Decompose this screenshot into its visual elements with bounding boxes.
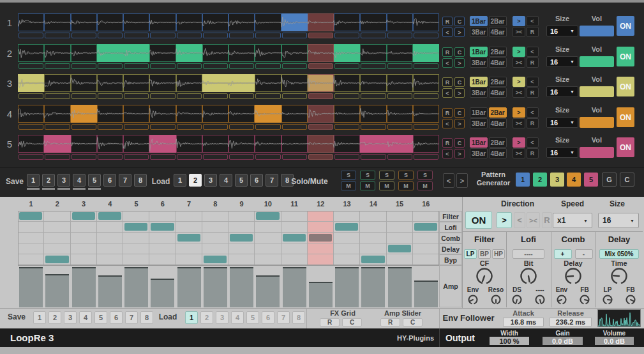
grid-step-cell[interactable] bbox=[413, 233, 439, 243]
loop-bar-length-button[interactable]: 3Bar bbox=[470, 27, 488, 37]
loop-cell[interactable] bbox=[413, 74, 439, 92]
grid-step-cell[interactable] bbox=[255, 243, 281, 254]
loop-subcell[interactable] bbox=[124, 63, 149, 69]
loop-bar-length-button[interactable]: 3Bar bbox=[470, 118, 488, 128]
grid-step-cell[interactable] bbox=[413, 211, 439, 222]
fx-small-knob[interactable] bbox=[602, 294, 613, 305]
fx-small-knob[interactable] bbox=[579, 294, 590, 305]
loop-subcell[interactable] bbox=[282, 93, 307, 99]
solo-button[interactable]: S bbox=[379, 171, 394, 180]
mute-button[interactable]: M bbox=[341, 181, 356, 190]
grid-step-cell[interactable] bbox=[18, 254, 44, 265]
loop-cell[interactable] bbox=[387, 105, 413, 123]
loop-vol-slider[interactable] bbox=[580, 117, 614, 128]
amp-slider-random-button[interactable]: R bbox=[380, 318, 400, 327]
loop-bar-length-button[interactable]: 1Bar bbox=[470, 77, 488, 87]
loop-cell[interactable] bbox=[334, 74, 360, 92]
direction-random-button[interactable]: R bbox=[542, 212, 552, 228]
loop-bar-length-button[interactable]: 1Bar bbox=[470, 107, 488, 118]
loop-cell[interactable] bbox=[228, 74, 255, 92]
loop-rec-button[interactable]: R bbox=[442, 17, 453, 26]
loop-cell[interactable] bbox=[334, 13, 360, 31]
fx-option-button[interactable]: + bbox=[554, 249, 572, 259]
pattern-save-button[interactable]: 3 bbox=[57, 174, 70, 187]
grid-step-cell[interactable] bbox=[281, 233, 308, 243]
loop-cell[interactable] bbox=[71, 13, 97, 31]
pattern-save-button[interactable]: 8 bbox=[134, 174, 147, 187]
solo-button[interactable]: S bbox=[360, 171, 375, 180]
loop-subcell[interactable] bbox=[334, 124, 359, 130]
loop-cell[interactable] bbox=[18, 44, 44, 62]
loop-subcell[interactable] bbox=[414, 124, 438, 130]
loop-subcell[interactable] bbox=[414, 93, 438, 99]
direction-forward-button[interactable]: > bbox=[497, 212, 512, 228]
grid-step-cell[interactable] bbox=[71, 233, 97, 243]
release-value-box[interactable]: 236.2 ms bbox=[550, 318, 592, 327]
loop-subcell[interactable] bbox=[203, 93, 228, 99]
loop-shift-left-button[interactable]: < bbox=[442, 58, 453, 68]
loop-cell[interactable] bbox=[334, 44, 360, 62]
direction-backward-button[interactable]: < bbox=[514, 212, 525, 228]
loop-cell[interactable] bbox=[228, 44, 255, 62]
grid-step-cell[interactable] bbox=[413, 243, 439, 254]
grid-on-button[interactable]: ON bbox=[465, 212, 492, 229]
speed-dropdown[interactable]: x1 ▼ bbox=[553, 213, 592, 228]
loop-bar-length-button[interactable]: 2Bar bbox=[489, 16, 507, 26]
loop-cell[interactable] bbox=[44, 13, 70, 31]
loop-cell[interactable] bbox=[334, 105, 360, 123]
loop-subcell[interactable] bbox=[282, 124, 307, 130]
grid-step-cell[interactable] bbox=[255, 211, 281, 222]
loop-rec-button[interactable]: R bbox=[442, 138, 453, 148]
loop-shift-right-button[interactable]: > bbox=[454, 119, 465, 128]
loop-clear-button[interactable]: C bbox=[454, 17, 465, 26]
loop-direction-button[interactable]: >< bbox=[513, 58, 525, 68]
loop-direction-button[interactable]: > bbox=[513, 47, 525, 57]
grid-step-cell[interactable] bbox=[308, 211, 334, 222]
grid-step-cell[interactable] bbox=[71, 211, 97, 222]
loop-subcell[interactable] bbox=[203, 124, 228, 130]
pattern-generator-slot-button[interactable]: 3 bbox=[550, 173, 564, 187]
mute-button[interactable]: M bbox=[379, 181, 394, 190]
pattern-load-button[interactable]: 2 bbox=[189, 174, 202, 187]
fx-load-button[interactable]: 6 bbox=[262, 311, 274, 324]
loop-subcell[interactable] bbox=[177, 63, 202, 69]
grid-step-cell[interactable] bbox=[44, 243, 70, 254]
amp-slider-bar[interactable] bbox=[388, 267, 412, 307]
loop-subcell[interactable] bbox=[308, 63, 333, 69]
loop-cell[interactable] bbox=[176, 105, 202, 123]
loop-bar-length-button[interactable]: 1Bar bbox=[470, 137, 488, 148]
grid-step-cell[interactable] bbox=[281, 243, 308, 254]
pattern-load-button[interactable]: 3 bbox=[204, 174, 217, 187]
loop-subcell[interactable] bbox=[19, 63, 43, 69]
loop-subcell[interactable] bbox=[45, 33, 70, 38]
grid-step-cell[interactable] bbox=[334, 222, 360, 233]
grid-step-cell[interactable] bbox=[97, 222, 123, 233]
pattern-save-button[interactable]: 6 bbox=[103, 174, 116, 187]
grid-step-cell[interactable] bbox=[18, 243, 44, 254]
grid-step-cell[interactable] bbox=[97, 254, 123, 265]
grid-step-cell[interactable] bbox=[387, 243, 413, 254]
grid-step-cell[interactable] bbox=[44, 222, 70, 233]
loop-subcell[interactable] bbox=[255, 33, 280, 38]
loop-size-dropdown[interactable]: 16▼ bbox=[546, 26, 578, 36]
grid-step-cell[interactable] bbox=[123, 233, 149, 243]
grid-step-cell[interactable] bbox=[308, 254, 334, 265]
loop-cell[interactable] bbox=[308, 44, 334, 62]
fx-small-knob[interactable] bbox=[467, 294, 479, 305]
loop-cell[interactable] bbox=[123, 13, 149, 31]
fx-save-button[interactable]: 4 bbox=[79, 311, 92, 324]
loop-bar-length-button[interactable]: 4Bar bbox=[489, 148, 507, 158]
loop-subcell[interactable] bbox=[177, 33, 202, 38]
fx-save-button[interactable]: 7 bbox=[125, 311, 138, 324]
loop-subcell[interactable] bbox=[98, 33, 123, 38]
loop-cell[interactable] bbox=[387, 13, 413, 31]
loop-cell[interactable] bbox=[176, 135, 202, 153]
grid-step-cell[interactable] bbox=[176, 222, 202, 233]
solo-button[interactable]: S bbox=[341, 171, 356, 180]
loop-subcell[interactable] bbox=[334, 33, 359, 38]
loop-rec-button[interactable]: R bbox=[442, 77, 453, 87]
loop-subcell[interactable] bbox=[150, 124, 175, 130]
loop-cell[interactable] bbox=[149, 44, 176, 62]
loop-direction-button[interactable]: < bbox=[527, 107, 539, 118]
loop-subcell[interactable] bbox=[98, 124, 123, 130]
